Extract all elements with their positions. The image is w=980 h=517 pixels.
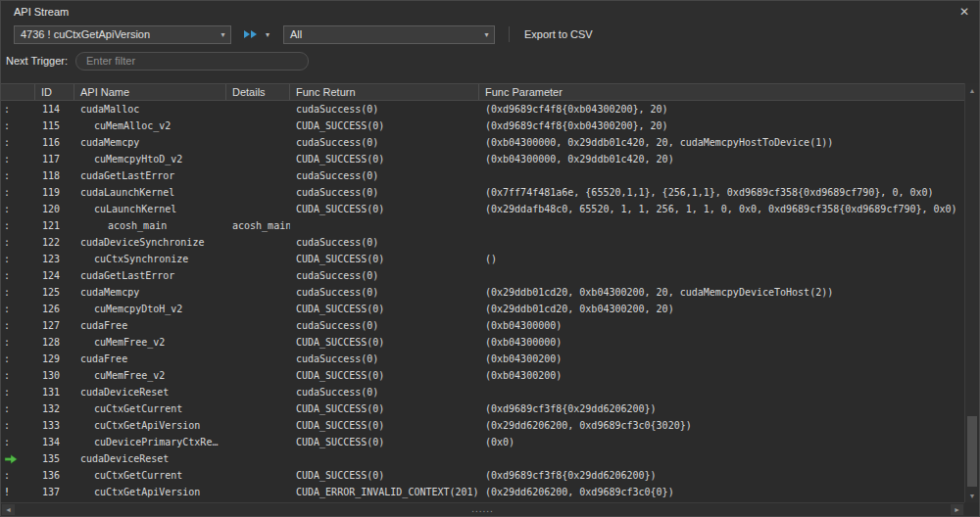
cell-id: 122 <box>35 234 74 251</box>
cell-name: cudaDeviceReset <box>74 450 226 467</box>
column-header-funcparameter[interactable]: Func Parameter <box>479 84 966 100</box>
scrollbar-grip-dots[interactable]: ...... <box>471 503 494 514</box>
cell-name: cuCtxGetApiVersion <box>74 484 226 500</box>
vertical-scrollbar[interactable]: ▲ ▼ <box>964 83 979 502</box>
cell-ret: CUDA_SUCCESS(0) <box>290 467 479 484</box>
cell-details <box>226 184 290 201</box>
next-trigger-input[interactable] <box>75 52 309 70</box>
cell-id: 133 <box>35 417 74 434</box>
vertical-scrollbar-thumb[interactable] <box>967 416 977 487</box>
title-bar: API Stream ✕ <box>1 1 979 23</box>
goto-event-button[interactable] <box>240 25 262 44</box>
row-marker: : <box>1 167 35 184</box>
goto-event-splitbutton: ▾ <box>240 25 273 44</box>
scroll-right-icon[interactable]: ► <box>951 504 963 515</box>
cell-id: 121 <box>35 217 74 234</box>
table-row[interactable]: :115cuMemAlloc_v2CUDA_SUCCESS(0)(0xd9689… <box>1 118 966 134</box>
goto-event-dropdown[interactable]: ▾ <box>262 25 273 44</box>
table-row[interactable]: :116cudaMemcpycudaSuccess(0)(0xb04300000… <box>1 134 966 151</box>
table-row[interactable]: :117cuMemcpyHtoD_v2CUDA_SUCCESS(0)(0xb04… <box>1 151 966 167</box>
cell-param: (0xb04300000, 0x29ddb01c420, 20, cudaMem… <box>479 134 966 151</box>
cell-ret: cudaSuccess(0) <box>290 351 479 367</box>
cell-id: 117 <box>35 151 74 167</box>
table-row[interactable]: :114cudaMalloccudaSuccess(0)(0xd9689cf4f… <box>1 101 966 118</box>
next-trigger-bar: Next Trigger: <box>1 48 979 73</box>
cell-id: 118 <box>35 167 74 184</box>
table-row[interactable]: :122cudaDeviceSynchronizecudaSuccess(0) <box>1 234 966 251</box>
row-marker: : <box>1 467 35 484</box>
row-marker: : <box>1 417 35 434</box>
cell-param <box>479 267 966 284</box>
column-header-marker[interactable] <box>1 84 35 100</box>
export-to-csv-button[interactable]: Export to CSV <box>518 26 599 42</box>
table-row[interactable]: :127cudaFreecudaSuccess(0)(0xb04300000) <box>1 317 966 334</box>
table-row[interactable]: :128cuMemFree_v2CUDA_SUCCESS(0)(0xb04300… <box>1 334 966 351</box>
cell-details <box>226 334 290 351</box>
cell-name: cuCtxSynchronize <box>74 251 226 267</box>
table-row[interactable]: :119cudaLaunchKernelcudaSuccess(0)(0x7ff… <box>1 184 966 201</box>
cell-param: (0xb04300000, 0x29ddb01c420, 20) <box>479 151 966 167</box>
horizontal-scrollbar[interactable]: ◄ ...... ► <box>1 502 964 516</box>
cell-param: (0xb04300200) <box>479 351 966 367</box>
column-header-apiname[interactable]: API Name <box>74 84 226 100</box>
cell-ret: cudaSuccess(0) <box>290 101 479 118</box>
scroll-down-icon[interactable]: ▼ <box>965 489 979 502</box>
cell-param: (0x29ddb01cd20, 0xb04300200, 20) <box>479 301 966 317</box>
cell-name: cuCtxGetCurrent <box>74 467 226 484</box>
table-row[interactable]: :129cudaFreecudaSuccess(0)(0xb04300200) <box>1 351 966 367</box>
cell-param <box>479 217 966 234</box>
cell-name: cudaDeviceSynchronize <box>74 234 226 251</box>
table-row[interactable]: :132cuCtxGetCurrentCUDA_SUCCESS(0)(0xd96… <box>1 400 966 417</box>
table-row[interactable]: !137cuCtxGetApiVersionCUDA_ERROR_INVALID… <box>1 484 966 500</box>
row-marker: : <box>1 118 35 134</box>
cell-ret: CUDA_SUCCESS(0) <box>290 118 479 134</box>
column-header-funcreturn[interactable]: Func Return <box>290 84 479 100</box>
cell-id: 137 <box>35 484 74 500</box>
row-marker: : <box>1 184 35 201</box>
scroll-left-icon[interactable]: ◄ <box>2 504 15 515</box>
table-row[interactable]: :134cuDevicePrimaryCtxRe…CUDA_SUCCESS(0)… <box>1 434 966 450</box>
cell-name: cuCtxGetApiVersion <box>74 417 226 434</box>
cell-name: cudaFree <box>74 351 226 367</box>
table-row[interactable]: :133cuCtxGetApiVersionCUDA_SUCCESS(0)(0x… <box>1 417 966 434</box>
table-row[interactable]: :131cudaDeviceResetcudaSuccess(0) <box>1 384 966 400</box>
table-row[interactable]: :136cuCtxGetCurrentCUDA_SUCCESS(0)(0xd96… <box>1 467 966 484</box>
table-row[interactable]: :125cudaMemcpycudaSuccess(0)(0x29ddb01cd… <box>1 284 966 301</box>
table-row[interactable]: :121acosh_mainacosh_main <box>1 217 966 234</box>
column-header-details[interactable]: Details <box>226 84 290 100</box>
table-row[interactable]: :130cuMemFree_v2CUDA_SUCCESS(0)(0xb04300… <box>1 367 966 384</box>
cell-details <box>226 167 290 184</box>
cell-details <box>226 201 290 217</box>
close-icon[interactable]: ✕ <box>959 6 969 18</box>
cell-param: (0x7ff74f481a6e, {65520,1,1}, {256,1,1},… <box>479 184 966 201</box>
cell-id: 120 <box>35 201 74 217</box>
cell-details <box>226 367 290 384</box>
row-marker: : <box>1 434 35 450</box>
row-marker: : <box>1 201 35 217</box>
stream-filter-combobox[interactable]: All ▾ <box>283 25 495 44</box>
table-row[interactable]: :120cuLaunchKernelCUDA_SUCCESS(0)(0x29dd… <box>1 201 966 217</box>
row-marker: : <box>1 317 35 334</box>
cell-id: 128 <box>35 334 74 351</box>
row-marker: : <box>1 284 35 301</box>
cell-details <box>226 417 290 434</box>
cell-id: 129 <box>35 351 74 367</box>
api-stream-table: ID API Name Details Func Return Func Par… <box>1 83 966 502</box>
table-row[interactable]: :124cudaGetLastErrorcudaSuccess(0) <box>1 267 966 284</box>
cell-param <box>479 167 966 184</box>
table-row[interactable]: :118cudaGetLastErrorcudaSuccess(0) <box>1 167 966 184</box>
scroll-up-icon[interactable]: ▲ <box>965 83 979 97</box>
cell-id: 115 <box>35 118 74 134</box>
table-row[interactable]: 135cudaDeviceReset <box>1 450 966 467</box>
cell-ret: cudaSuccess(0) <box>290 284 479 301</box>
cell-ret <box>290 217 479 234</box>
cell-details <box>226 351 290 367</box>
cell-name: cudaMalloc <box>74 101 226 118</box>
event-combobox[interactable]: 4736 ! cuCtxGetApiVersion ▾ <box>14 25 231 44</box>
cell-details <box>226 384 290 400</box>
cell-name: cuMemcpyHtoD_v2 <box>74 151 226 167</box>
cell-ret: CUDA_SUCCESS(0) <box>290 367 479 384</box>
table-row[interactable]: :126cuMemcpyDtoH_v2CUDA_SUCCESS(0)(0x29d… <box>1 301 966 317</box>
column-header-id[interactable]: ID <box>35 84 74 100</box>
table-row[interactable]: :123cuCtxSynchronizeCUDA_SUCCESS(0)() <box>1 251 966 267</box>
